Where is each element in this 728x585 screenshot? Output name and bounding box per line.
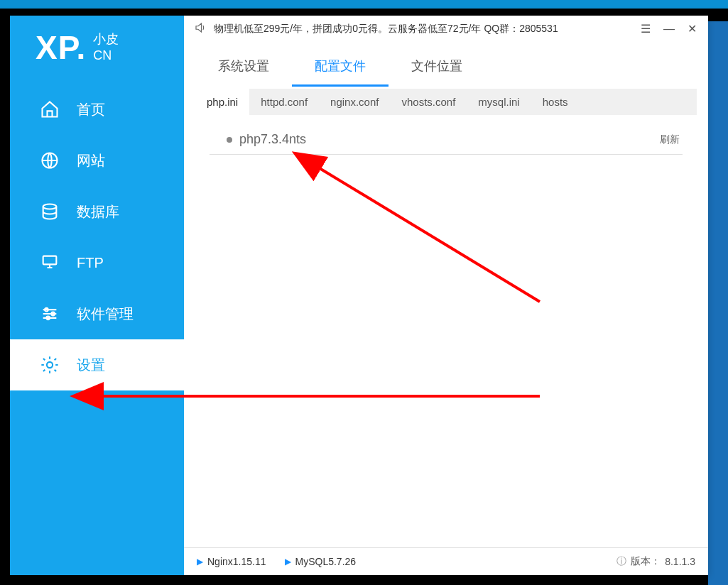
list-area: php7.3.4nts 刷新: [195, 129, 697, 155]
tabs-secondary: php.ini httpd.conf nginx.conf vhosts.con…: [195, 89, 697, 115]
version-value: 8.1.1.3: [665, 556, 695, 567]
sidebar-item-label: 首页: [77, 100, 105, 119]
gear-icon: [40, 355, 60, 375]
tab2-mysqlini[interactable]: mysql.ini: [467, 89, 531, 115]
sliders-icon: [40, 304, 60, 324]
list-row: php7.3.4nts 刷新: [210, 129, 683, 155]
sidebar-item-ftp[interactable]: FTP: [10, 237, 184, 288]
logo-sub2: CN: [93, 48, 119, 64]
outer-top-stripe: [0, 0, 728, 9]
play-icon: ▶: [285, 557, 291, 567]
tab2-httpdconf[interactable]: httpd.conf: [249, 89, 319, 115]
logo: XP. 小皮 CN: [10, 16, 184, 84]
app-window: XP. 小皮 CN 首页 网站: [10, 16, 708, 575]
minimize-icon[interactable]: —: [662, 23, 676, 35]
tab2-hosts[interactable]: hosts: [531, 89, 580, 115]
sidebar-item-settings[interactable]: 设置: [10, 339, 184, 390]
sidebar-item-label: 软件管理: [77, 305, 134, 324]
statusbar: ▶ Nginx1.15.11 ▶ MySQL5.7.26 ⓘ 版本： 8.1.1…: [184, 547, 708, 575]
ftp-icon: [40, 253, 60, 273]
status-nginx[interactable]: ▶ Nginx1.15.11: [197, 556, 266, 567]
sidebar-item-database[interactable]: 数据库: [10, 186, 184, 237]
sidebar-item-home[interactable]: 首页: [10, 84, 184, 135]
status-mysql-label: MySQL5.7.26: [295, 556, 357, 567]
sidebar-item-label: FTP: [77, 255, 104, 271]
sidebar-item-label: 数据库: [77, 202, 119, 222]
svg-point-1: [43, 204, 57, 209]
tab-config-files[interactable]: 配置文件: [292, 48, 389, 87]
version-label: 版本：: [631, 555, 661, 568]
content: 系统设置 配置文件 文件位置 php.ini httpd.conf nginx.…: [184, 42, 708, 547]
list-item[interactable]: php7.3.4nts: [210, 129, 323, 150]
sidebar-item-software[interactable]: 软件管理: [10, 288, 184, 339]
svg-point-6: [47, 362, 53, 368]
list-item-label: php7.3.4nts: [239, 132, 306, 147]
speaker-icon: [194, 21, 207, 36]
tab2-phpini[interactable]: php.ini: [195, 89, 249, 115]
refresh-button[interactable]: 刷新: [660, 133, 683, 146]
tab2-vhostsconf[interactable]: vhosts.conf: [390, 89, 467, 115]
sidebar-item-website[interactable]: 网站: [10, 135, 184, 186]
status-version: ⓘ 版本： 8.1.1.3: [616, 555, 695, 568]
close-icon[interactable]: ✕: [686, 22, 698, 35]
database-icon: [40, 202, 60, 222]
logo-sub: 小皮 CN: [93, 31, 119, 65]
globe-icon: [40, 151, 60, 170]
svg-rect-2: [43, 256, 57, 265]
tab2-nginxconf[interactable]: nginx.conf: [319, 89, 390, 115]
sidebar: XP. 小皮 CN 首页 网站: [10, 16, 184, 575]
sidebar-item-label: 设置: [77, 356, 105, 375]
logo-sub1: 小皮: [93, 31, 119, 48]
status-mysql[interactable]: ▶ MySQL5.7.26: [285, 556, 357, 567]
logo-text-xp: XP.: [36, 28, 86, 67]
play-icon: ▶: [197, 557, 203, 567]
outer-right-stripe: [708, 21, 728, 585]
main-area: 物理机低至299元/年，拼团成功0元得。云服务器低至72元/年 QQ群：2805…: [184, 16, 708, 575]
status-nginx-label: Nginx1.15.11: [207, 556, 266, 567]
menu-icon[interactable]: ☰: [639, 22, 652, 35]
bullet-icon: [227, 137, 232, 143]
notice-text: 物理机低至299元/年，拼团成功0元得。云服务器低至72元/年 QQ群：2805…: [214, 23, 632, 35]
info-icon: ⓘ: [616, 555, 626, 568]
tab-file-location[interactable]: 文件位置: [389, 48, 485, 87]
titlebar: 物理机低至299元/年，拼团成功0元得。云服务器低至72元/年 QQ群：2805…: [184, 16, 708, 42]
home-icon: [40, 99, 60, 119]
sidebar-item-label: 网站: [77, 151, 105, 170]
nav: 首页 网站 数据库 FTP: [10, 84, 184, 390]
tabs-primary: 系统设置 配置文件 文件位置: [195, 48, 697, 87]
tab-system-settings[interactable]: 系统设置: [195, 48, 292, 87]
window-controls: ☰ — ✕: [639, 22, 698, 35]
